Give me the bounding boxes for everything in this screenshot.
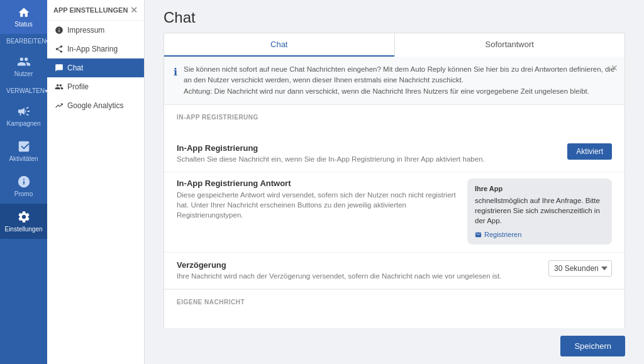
sidebar-item-aktivitaeten[interactable]: Aktivitäten xyxy=(0,133,47,168)
sidebar-item-promo-label: Promo xyxy=(14,190,33,197)
sidebar-item-nutzer[interactable]: Nutzer xyxy=(0,48,47,84)
info-banner: ℹ Sie können nicht sofort auf neue Chat … xyxy=(164,57,625,105)
section-in-app-reg: IN-APP REGISTRIERUNG xyxy=(164,105,625,136)
app-settings-panel: APP EINSTELLUNGEN ✕ Impressum In-App Sha… xyxy=(47,0,145,364)
settings-menu-chat[interactable]: Chat xyxy=(47,58,144,77)
reg-antwort-title: In-App Registrierung Antwort xyxy=(177,179,458,188)
sidebar-item-status-label: Status xyxy=(14,21,32,28)
sidebar-item-kampagnen-label: Kampagnen xyxy=(7,120,41,127)
settings-menu-impressum[interactable]: Impressum xyxy=(47,21,144,40)
tab-chat[interactable]: Chat xyxy=(164,33,394,57)
chat-icon xyxy=(55,63,64,72)
section-eigene-label: EIGENE NACHRICHT xyxy=(177,299,612,306)
reg-bubble-text: schnellstmöglich auf Ihre Anfrage. Bitte… xyxy=(475,196,604,226)
content-area: Chat Sofortantwort ℹ Sie können nicht so… xyxy=(145,33,644,328)
info-icon xyxy=(55,26,64,35)
registrierung-title: In-App Registrierung xyxy=(177,143,558,153)
save-button[interactable]: Speichern xyxy=(560,336,625,356)
page-title: Chat xyxy=(164,9,625,26)
row-delay-1: Verzögerung Ihre Nachricht wird nach der… xyxy=(164,253,625,289)
delay1-select[interactable]: 10 Sekunden 30 Sekunden 1 Minute 5 Minut… xyxy=(548,260,612,277)
registrierung-desc: Schalten Sie diese Nachricht ein, wenn S… xyxy=(177,154,558,164)
delay1-desc: Ihre Nachricht wird nach der Verzögerung… xyxy=(177,271,539,281)
chat-panel: ℹ Sie können nicht sofort auf neue Chat … xyxy=(164,57,625,328)
sidebar-verwalten[interactable]: VERWALTEN ▾ xyxy=(0,84,47,98)
sidebar-item-promo[interactable]: Promo xyxy=(0,168,47,204)
info-banner-text: Sie können nicht sofort auf neue Chat Na… xyxy=(184,64,615,97)
app-settings-header: APP EINSTELLUNGEN ✕ xyxy=(47,0,144,21)
save-bar: Speichern xyxy=(145,328,644,364)
sidebar-item-status[interactable]: Status xyxy=(0,0,47,34)
reg-antwort-bubble[interactable]: Ihre App schnellstmöglich auf Ihre Anfra… xyxy=(467,179,612,245)
page-title-bar: Chat xyxy=(145,0,644,33)
section-eigene: EIGENE NACHRICHT xyxy=(164,290,625,321)
mail-icon xyxy=(475,231,482,238)
sidebar-item-kampagnen[interactable]: Kampagnen xyxy=(0,98,47,133)
sidebar-item-nutzer-label: Nutzer xyxy=(14,70,33,77)
close-panel-button[interactable]: ✕ xyxy=(130,5,138,15)
sidebar-item-einstellungen-label: Einstellungen xyxy=(4,226,42,233)
row-registrierung: In-App Registrierung Schalten Sie diese … xyxy=(164,136,625,172)
reg-bubble-action: Registrieren xyxy=(475,231,604,238)
info-banner-close[interactable]: ✕ xyxy=(611,62,618,75)
settings-menu-sharing[interactable]: In-App Sharing xyxy=(47,40,144,58)
sidebar-item-aktivitaeten-label: Aktivitäten xyxy=(9,155,38,162)
info-banner-icon: ℹ xyxy=(174,65,177,97)
row-eigene-nachricht: Eigene Nachricht Versenden Sie Ihre eige… xyxy=(164,321,625,328)
section-in-app-reg-label: IN-APP REGISTRIERUNG xyxy=(177,114,612,121)
row-registrierung-antwort: In-App Registrierung Antwort Diese gespe… xyxy=(164,172,625,253)
reg-bubble-header: Ihre App xyxy=(475,185,604,192)
sidebar-bearbeiten[interactable]: BEARBEITEN ▾ xyxy=(0,34,47,48)
sidebar: Status BEARBEITEN ▾ Nutzer VERWALTEN ▾ K… xyxy=(0,0,47,364)
settings-menu-analytics[interactable]: Google Analytics xyxy=(47,96,144,115)
profile-icon xyxy=(55,82,64,91)
settings-menu-profile[interactable]: Profile xyxy=(47,77,144,96)
sidebar-item-einstellungen[interactable]: Einstellungen xyxy=(0,204,47,239)
reg-antwort-desc: Diese gespeicherte Antwort wird versende… xyxy=(177,190,458,220)
tab-sofortantwort[interactable]: Sofortantwort xyxy=(394,33,625,57)
tabs: Chat Sofortantwort xyxy=(164,33,625,57)
main-content: Chat Chat Sofortantwort ℹ Sie können nic… xyxy=(145,0,644,364)
analytics-icon xyxy=(55,101,64,110)
share-icon xyxy=(55,45,64,53)
registrierung-aktiviert-button[interactable]: Aktiviert xyxy=(567,143,612,160)
delay1-title: Verzögerung xyxy=(177,260,539,270)
